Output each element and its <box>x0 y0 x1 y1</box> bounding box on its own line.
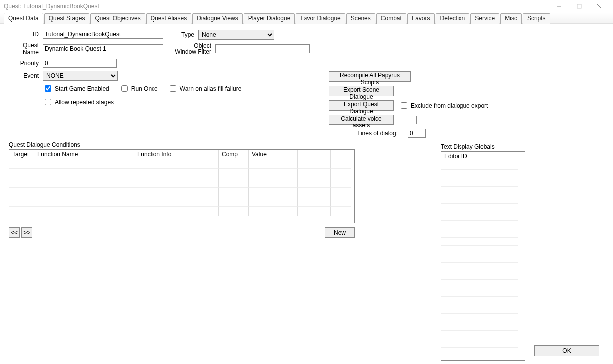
tab-quest-data[interactable]: Quest Data <box>4 13 43 24</box>
tab-quest-aliases[interactable]: Quest Aliases <box>146 13 191 24</box>
table-row[interactable] <box>9 159 354 169</box>
window-title: Quest: Tutorial_DynamicBookQuest <box>4 3 549 10</box>
tab-misc[interactable]: Misc <box>500 13 522 24</box>
priority-field[interactable] <box>43 59 117 68</box>
table-row[interactable] <box>9 169 354 178</box>
list-item[interactable] <box>441 212 518 221</box>
table-row[interactable] <box>9 188 354 197</box>
tab-detection[interactable]: Detection <box>436 13 470 24</box>
tab-scripts[interactable]: Scripts <box>523 13 550 24</box>
list-item[interactable] <box>441 280 518 288</box>
quest-name-label: Quest Name <box>7 42 43 56</box>
list-item[interactable] <box>441 170 518 178</box>
list-item[interactable] <box>441 348 518 356</box>
conditions-table[interactable]: Target Function Name Function Info Comp … <box>9 149 355 223</box>
list-item[interactable] <box>441 195 518 204</box>
list-item[interactable] <box>441 271 518 280</box>
conditions-next-button[interactable]: >> <box>21 227 32 238</box>
table-row[interactable] <box>9 207 354 216</box>
lines-of-dialog-label: Lines of dialog: <box>353 130 398 137</box>
list-item[interactable] <box>441 254 518 263</box>
list-item[interactable] <box>441 263 518 271</box>
list-item[interactable] <box>441 339 518 348</box>
type-select[interactable]: None <box>198 30 274 40</box>
event-select[interactable]: NONE <box>43 71 118 81</box>
svg-rect-1 <box>577 4 581 8</box>
lines-of-dialog-value[interactable] <box>408 129 426 138</box>
exclude-export-checkbox[interactable]: Exclude from dialogue export <box>399 101 488 110</box>
tab-service[interactable]: Service <box>470 13 499 24</box>
priority-label: Priority <box>7 60 43 67</box>
content-area: ID Quest Name Priority Event NONE Start … <box>0 24 613 364</box>
list-item[interactable] <box>441 161 518 170</box>
tab-player-dialogue[interactable]: Player Dialogue <box>244 13 295 24</box>
allow-repeated-checkbox[interactable]: Allow repeated stages <box>43 97 114 107</box>
list-item[interactable] <box>441 187 518 195</box>
list-item[interactable] <box>441 314 518 322</box>
tab-quest-objectives[interactable]: Quest Objectives <box>90 13 145 24</box>
conditions-prev-button[interactable]: << <box>9 227 20 238</box>
tab-favor-dialogue[interactable]: Favor Dialogue <box>296 13 345 24</box>
close-button[interactable] <box>589 1 609 11</box>
voice-assets-value[interactable] <box>399 116 417 124</box>
tab-dialogue-views[interactable]: Dialogue Views <box>192 13 243 24</box>
titlebar: Quest: Tutorial_DynamicBookQuest <box>0 0 613 13</box>
minimize-button[interactable] <box>549 1 569 11</box>
list-item[interactable] <box>441 221 518 229</box>
list-item[interactable] <box>441 331 518 339</box>
table-row[interactable] <box>9 178 354 188</box>
list-item[interactable] <box>441 178 518 187</box>
list-item[interactable] <box>441 297 518 305</box>
list-item[interactable] <box>441 322 518 331</box>
list-item[interactable] <box>441 229 518 238</box>
list-item[interactable] <box>441 204 518 212</box>
calculate-voice-assets-button[interactable]: Calculate voice assets <box>329 115 394 125</box>
tab-favors[interactable]: Favors <box>407 13 435 24</box>
tab-combat[interactable]: Combat <box>376 13 406 24</box>
event-label: Event <box>7 72 43 79</box>
list-item[interactable] <box>441 288 518 297</box>
conditions-header: Quest Dialogue Conditions <box>9 141 355 148</box>
globals-column-header: Editor ID <box>441 152 525 161</box>
list-item[interactable] <box>441 238 518 246</box>
globals-header: Text Display Globals <box>441 143 525 150</box>
tab-quest-stages[interactable]: Quest Stages <box>44 13 90 24</box>
recompile-scripts-button[interactable]: Recompile All Papyrus Scripts <box>329 71 411 82</box>
export-scene-dialogue-button[interactable]: Export Scene Dialogue <box>329 86 394 96</box>
ok-button[interactable]: OK <box>534 345 599 356</box>
id-field[interactable] <box>43 30 163 39</box>
type-label: Type <box>174 31 198 38</box>
globals-table[interactable]: Editor ID <box>441 151 525 361</box>
conditions-new-button[interactable]: New <box>325 227 355 238</box>
start-game-enabled-checkbox[interactable]: Start Game Enabled <box>43 84 109 93</box>
globals-scrollbar[interactable] <box>518 152 525 360</box>
table-row[interactable] <box>9 197 354 207</box>
warn-alias-checkbox[interactable]: Warn on alias fill failure <box>168 84 242 93</box>
tab-scenes[interactable]: Scenes <box>346 13 375 24</box>
quest-name-field[interactable] <box>43 44 163 53</box>
id-label: ID <box>7 31 43 38</box>
list-item[interactable] <box>441 246 518 254</box>
conditions-header-row: Target Function Name Function Info Comp … <box>9 150 354 159</box>
export-quest-dialogue-button[interactable]: Export Quest Dialogue <box>329 100 394 111</box>
maximize-button[interactable] <box>569 1 589 11</box>
run-once-checkbox[interactable]: Run Once <box>119 84 158 93</box>
tab-bar: Quest DataQuest StagesQuest ObjectivesQu… <box>0 13 613 24</box>
object-window-filter-label: Object Window Filter <box>174 43 215 55</box>
list-item[interactable] <box>441 305 518 314</box>
object-window-filter-field[interactable] <box>215 44 310 53</box>
